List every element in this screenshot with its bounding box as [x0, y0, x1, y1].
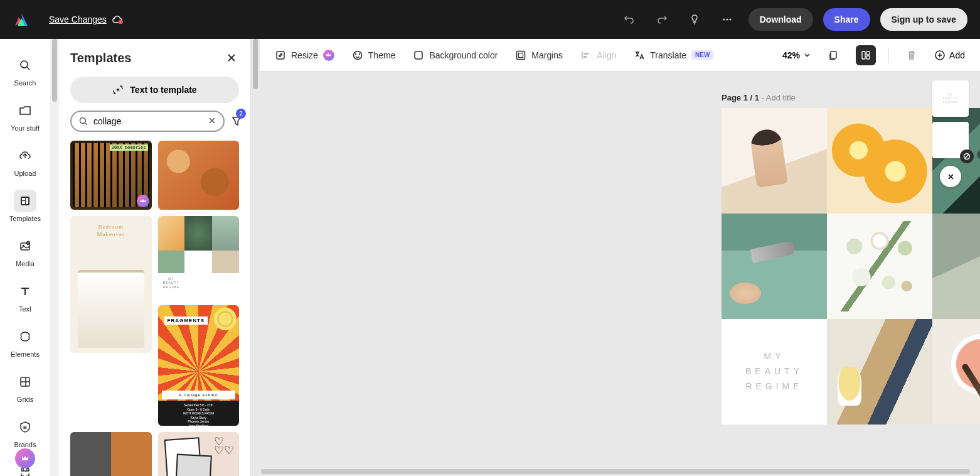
rail-brands[interactable]: BBrands — [5, 411, 45, 453]
templates-panel: Templates Text to template 2 20XX memori… — [59, 39, 251, 476]
svg-rect-33 — [866, 56, 870, 59]
zoom-dropdown[interactable]: 42% — [782, 50, 811, 60]
blocked-icon — [960, 149, 974, 163]
translate-icon — [634, 50, 645, 61]
view-toggle-button[interactable] — [856, 45, 876, 65]
svg-line-19 — [85, 123, 87, 125]
plus-circle-icon — [934, 50, 945, 61]
close-panel-button[interactable] — [224, 50, 239, 65]
undo-button[interactable] — [618, 8, 641, 31]
collage-cell[interactable] — [932, 214, 980, 319]
search-icon — [79, 117, 88, 126]
bgcolor-icon — [413, 50, 424, 61]
svg-rect-31 — [862, 51, 865, 59]
template-card[interactable] — [158, 141, 240, 210]
svg-rect-8 — [22, 198, 25, 200]
rail-your-stuff[interactable]: Your stuff — [5, 94, 45, 137]
signup-button[interactable]: Sign up to save — [880, 8, 967, 31]
page-label[interactable]: Page 1 / 1 - Add title — [722, 93, 796, 102]
collage-cell[interactable] — [722, 108, 827, 214]
sparkle-refresh-icon — [112, 84, 124, 95]
template-card[interactable]: ♡♡♡ — [158, 432, 240, 476]
premium-icon — [323, 50, 334, 61]
rail-media[interactable]: Media — [5, 230, 45, 273]
panel-title: Templates — [70, 51, 131, 65]
collage-cell[interactable] — [827, 108, 932, 214]
bgcolor-button[interactable]: Background color — [413, 50, 498, 61]
rail-templates[interactable]: Templates — [5, 185, 45, 227]
translate-button[interactable]: TranslateNEW — [634, 50, 713, 61]
canvas-hscroll[interactable] — [260, 467, 980, 476]
panel-scrollbar[interactable] — [251, 39, 260, 476]
template-card[interactable]: Bedroom Makeover — [70, 216, 152, 353]
top-bar: Save Changes ! Download Share Sign up to… — [0, 0, 980, 39]
svg-text:!: ! — [120, 20, 121, 24]
margins-icon — [515, 50, 526, 61]
svg-text:B: B — [23, 425, 27, 430]
text-to-template-button[interactable]: Text to template — [70, 77, 239, 103]
collage-cell[interactable] — [722, 214, 827, 319]
collage-cell[interactable] — [827, 319, 932, 425]
chevron-down-icon — [804, 51, 811, 58]
template-card[interactable] — [70, 432, 152, 476]
svg-rect-29 — [583, 56, 587, 58]
svg-rect-30 — [831, 51, 836, 58]
search-input[interactable] — [93, 116, 203, 126]
rail-elements[interactable]: Elements — [5, 320, 45, 363]
svg-line-36 — [965, 154, 969, 158]
collage-cell[interactable] — [932, 319, 980, 425]
canvas-toolbar: Resize Theme Background color Margins Al… — [260, 39, 980, 72]
svg-point-3 — [726, 18, 728, 20]
filter-count-badge: 2 — [236, 109, 246, 119]
svg-rect-25 — [517, 51, 525, 59]
delete-button[interactable] — [902, 45, 922, 65]
hint-button[interactable] — [683, 8, 706, 31]
svg-rect-10 — [22, 201, 25, 204]
premium-badge[interactable] — [15, 448, 35, 468]
share-button[interactable]: Share — [823, 8, 870, 31]
beauty-regime-text[interactable]: MY BEAUTY REGIME — [745, 349, 803, 394]
theme-icon — [352, 50, 363, 61]
premium-icon — [137, 195, 149, 207]
rail-scrollbar[interactable] — [50, 39, 59, 476]
cloud-alert-icon: ! — [112, 15, 123, 24]
resize-icon — [275, 50, 286, 61]
redo-button[interactable] — [651, 8, 673, 31]
clear-search-button[interactable] — [208, 116, 216, 127]
close-thumbs-button[interactable] — [940, 166, 961, 187]
rail-upload[interactable]: Upload — [5, 139, 45, 182]
page-thumb-1[interactable]: MY BEAUTY REGIME — [932, 80, 969, 117]
svg-rect-28 — [583, 53, 589, 55]
align-icon — [580, 50, 592, 61]
collage-cell[interactable]: MY BEAUTY REGIME — [722, 319, 827, 425]
download-button[interactable]: Download — [748, 8, 813, 31]
margins-button[interactable]: Margins — [515, 50, 563, 61]
svg-rect-32 — [866, 51, 870, 55]
filter-button[interactable]: 2 — [231, 112, 242, 130]
theme-button[interactable]: Theme — [352, 50, 396, 61]
hearts-icon: ♡♡♡ — [214, 437, 234, 455]
canvas-area: Resize Theme Background color Margins Al… — [260, 39, 980, 476]
rail-grids[interactable]: Grids — [5, 365, 45, 408]
svg-point-18 — [80, 117, 86, 123]
more-menu-button[interactable] — [716, 8, 738, 31]
canvas-body[interactable]: Page 1 / 1 - Add title MY BEAUTY REGIME … — [260, 72, 980, 476]
rail-search[interactable]: Search — [5, 49, 45, 92]
pages-button[interactable] — [823, 45, 843, 65]
svg-point-21 — [353, 51, 361, 59]
save-changes-link[interactable]: Save Changes ! — [49, 14, 123, 24]
left-rail: Search Your stuff Upload Templates Media… — [0, 39, 50, 476]
svg-rect-26 — [519, 53, 523, 57]
new-badge: NEW — [691, 50, 713, 60]
svg-point-23 — [359, 53, 360, 54]
collage-cell[interactable] — [827, 214, 932, 319]
template-card[interactable]: 20XX memories — [70, 141, 152, 210]
template-card[interactable]: FRAGMENTS A Collage Exhibit September 5t… — [158, 305, 240, 426]
add-button[interactable]: Add — [934, 50, 965, 61]
template-search-box[interactable] — [70, 111, 225, 132]
page-thumb-2[interactable] — [932, 122, 969, 158]
resize-button[interactable]: Resize — [275, 50, 334, 61]
app-logo[interactable] — [13, 11, 30, 28]
template-card[interactable]: MY BEAUTY REGIME — [158, 216, 240, 293]
rail-text[interactable]: Text — [5, 275, 45, 318]
